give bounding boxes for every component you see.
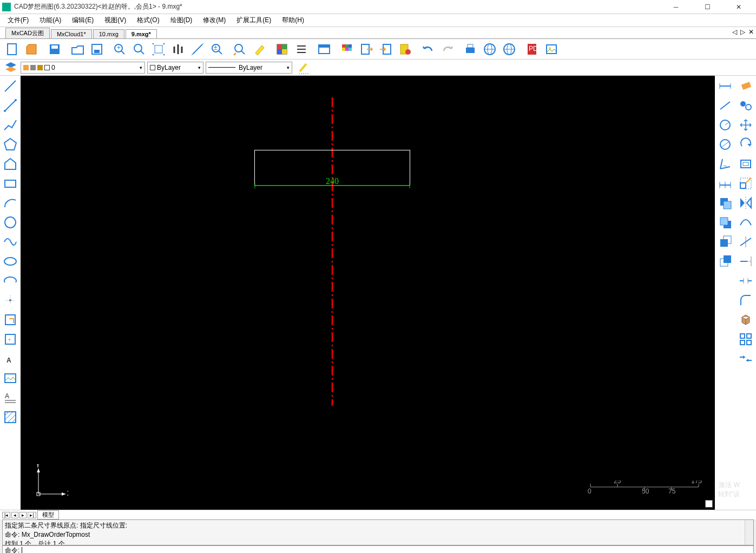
menu-file[interactable]: 文件(F)	[2, 15, 34, 26]
insert-icon[interactable]: +	[1, 330, 19, 348]
tab-prev-icon[interactable]: ◁	[732, 28, 737, 36]
settings-icon[interactable]	[396, 40, 415, 58]
dim-angular-icon[interactable]	[716, 155, 734, 173]
menu-edit[interactable]: 编辑(E)	[67, 15, 99, 26]
maximize-button[interactable]: ☐	[696, 0, 718, 14]
doc-tab[interactable]: 10.mxg	[93, 29, 124, 38]
polyline-icon[interactable]	[1, 116, 19, 134]
explode-icon[interactable]	[737, 350, 755, 368]
pdf-icon[interactable]: PDF	[523, 40, 541, 58]
shape-icon[interactable]	[1, 155, 19, 173]
trim-icon[interactable]	[737, 233, 755, 251]
close-button[interactable]: ✕	[728, 0, 750, 14]
menu-draw[interactable]: 绘图(D)	[165, 15, 198, 26]
dim-diameter-icon[interactable]	[716, 135, 734, 154]
web-icon[interactable]	[481, 40, 499, 58]
ellipse-icon[interactable]	[1, 252, 19, 271]
model-tab[interactable]: 模型	[37, 510, 59, 519]
open-file-icon[interactable]	[23, 40, 41, 58]
undo-icon[interactable]	[419, 40, 437, 58]
menu-format[interactable]: 格式(O)	[132, 15, 165, 26]
doc-tab-active[interactable]: 9.mxg*	[126, 29, 157, 38]
resize-handle[interactable]	[705, 500, 713, 508]
zoom-prev-icon[interactable]	[231, 40, 249, 58]
dim-linear-icon[interactable]	[716, 77, 734, 95]
tab-next-icon[interactable]: ▷	[740, 28, 745, 36]
minimize-button[interactable]: ─	[665, 0, 687, 14]
dim-ordinate-icon[interactable]	[716, 174, 734, 193]
folder-icon[interactable]	[68, 40, 87, 58]
mirror-icon[interactable]	[737, 194, 755, 212]
layout-icon[interactable]	[315, 40, 333, 58]
print-icon[interactable]	[461, 40, 479, 58]
tab-prev-icon[interactable]: ◂	[11, 512, 18, 518]
zoom-in-icon[interactable]: +	[110, 40, 129, 58]
menu-ext[interactable]: 扩展工具(E)	[231, 15, 277, 26]
web2-icon[interactable]	[500, 40, 518, 58]
spline-icon[interactable]	[1, 233, 19, 251]
menu-modify[interactable]: 修改(M)	[198, 15, 231, 26]
point-icon[interactable]	[1, 291, 19, 310]
save-disk-icon[interactable]	[88, 40, 106, 58]
scrollbar[interactable]	[745, 520, 753, 545]
zoom-realtime-icon[interactable]: ±	[208, 40, 226, 58]
dim-radius-icon[interactable]	[716, 116, 734, 134]
import-icon[interactable]	[377, 40, 395, 58]
doc-tab[interactable]: MxCloud1*	[51, 29, 92, 38]
line-icon[interactable]	[1, 77, 19, 95]
ray-icon[interactable]	[1, 96, 19, 115]
measure-icon[interactable]	[188, 40, 207, 58]
tab-next-icon[interactable]: ▸	[19, 512, 27, 518]
text-icon[interactable]: A	[1, 350, 19, 368]
color-grid-icon[interactable]	[338, 40, 356, 58]
erase-icon[interactable]	[737, 77, 755, 95]
image-insert-icon[interactable]	[1, 369, 19, 387]
draworder-back-icon[interactable]	[716, 213, 734, 232]
menu-function[interactable]: 功能(A)	[34, 15, 67, 26]
block-icon[interactable]	[1, 311, 19, 329]
arc-icon[interactable]	[1, 194, 19, 212]
dim-aligned-icon[interactable]	[716, 96, 734, 115]
drawing-canvas[interactable]: 240 X Y 0	[21, 76, 715, 510]
break-icon[interactable]	[737, 272, 755, 290]
color-combo[interactable]: ByLayer ▾	[147, 62, 203, 74]
linetype-combo[interactable]: ByLayer ▾	[206, 62, 292, 74]
draworder-above-icon[interactable]	[716, 233, 734, 251]
menu-help[interactable]: 帮助(H)	[277, 15, 310, 26]
zoom-extents-icon[interactable]	[149, 40, 168, 58]
3d-icon[interactable]	[737, 311, 755, 329]
tab-first-icon[interactable]: |◂	[2, 512, 10, 518]
pan-icon[interactable]	[169, 40, 187, 58]
array-icon[interactable]	[737, 330, 755, 348]
layers-icon[interactable]	[3, 60, 18, 75]
tab-last-icon[interactable]: ▸|	[28, 512, 36, 518]
move-icon[interactable]	[737, 116, 755, 134]
offset-icon[interactable]	[737, 155, 755, 173]
extend-icon[interactable]	[737, 252, 755, 271]
redo-icon[interactable]	[438, 40, 457, 58]
hatch-icon[interactable]	[1, 408, 19, 426]
stretch-icon[interactable]	[737, 213, 755, 232]
draworder-below-icon[interactable]	[716, 252, 734, 271]
menu-view[interactable]: 视图(V)	[99, 15, 132, 26]
fillet-icon[interactable]	[737, 291, 755, 310]
tab-close-icon[interactable]: ✕	[748, 28, 754, 36]
export-icon[interactable]	[357, 40, 376, 58]
polygon-icon[interactable]	[1, 135, 19, 154]
list-icon[interactable]	[292, 40, 311, 58]
save-icon[interactable]	[45, 40, 64, 58]
rotate-icon[interactable]	[737, 135, 755, 154]
copy-icon[interactable]	[737, 96, 755, 115]
circle-icon[interactable]	[1, 213, 19, 232]
zoom-window-icon[interactable]	[130, 40, 148, 58]
draworder-front-icon[interactable]	[716, 194, 734, 212]
new-file-icon[interactable]	[3, 40, 22, 58]
lineweight-icon[interactable]	[294, 58, 313, 77]
layer-combo[interactable]: 0 ▾	[21, 62, 145, 74]
doc-tab[interactable]: MxCAD云图	[5, 28, 50, 38]
command-input[interactable]	[22, 547, 751, 553]
ellipse-arc-icon[interactable]	[1, 272, 19, 290]
scale-icon[interactable]	[737, 174, 755, 193]
rectangle-icon[interactable]	[1, 174, 19, 193]
image-icon[interactable]	[542, 40, 561, 58]
